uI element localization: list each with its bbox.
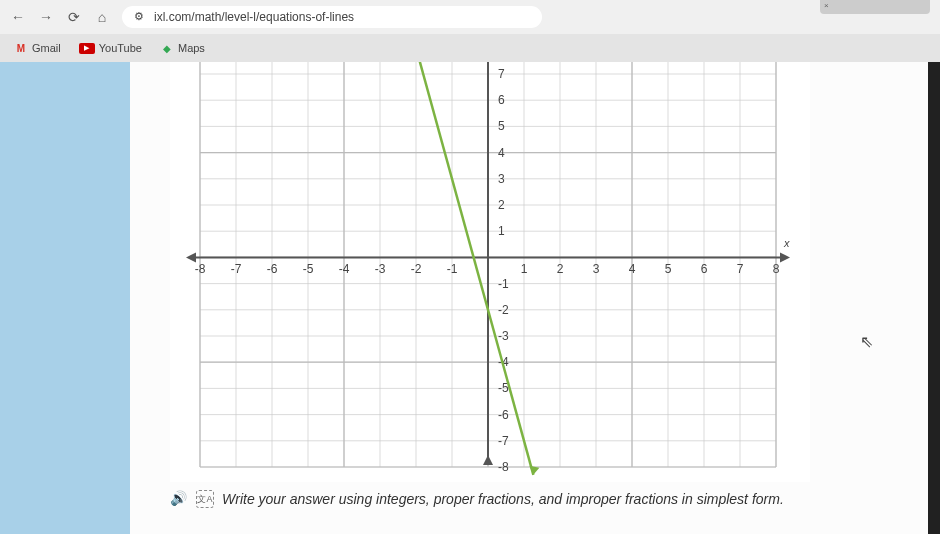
- bookmark-youtube[interactable]: ▶ YouTube: [79, 42, 142, 54]
- svg-text:3: 3: [498, 172, 505, 186]
- svg-text:-1: -1: [447, 262, 458, 276]
- svg-text:-8: -8: [498, 460, 509, 474]
- forward-button[interactable]: →: [38, 9, 54, 25]
- url-bar[interactable]: ⚙ ixl.com/math/level-l/equations-of-line…: [122, 6, 542, 28]
- svg-marker-47: [186, 252, 196, 262]
- svg-text:-2: -2: [498, 303, 509, 317]
- mouse-cursor-icon: ⇖: [860, 332, 873, 351]
- bookmark-maps[interactable]: ◆ Maps: [160, 41, 205, 55]
- translate-icon[interactable]: 文A: [196, 490, 214, 508]
- bookmarks-bar: M Gmail ▶ YouTube ◆ Maps: [0, 34, 940, 62]
- svg-text:1: 1: [521, 262, 528, 276]
- right-edge: [928, 62, 940, 534]
- bookmark-gmail[interactable]: M Gmail: [14, 41, 61, 55]
- site-settings-icon[interactable]: ⚙: [134, 10, 148, 24]
- svg-text:-6: -6: [498, 408, 509, 422]
- bookmark-label: Gmail: [32, 42, 61, 54]
- back-button[interactable]: ←: [10, 9, 26, 25]
- bookmark-label: YouTube: [99, 42, 142, 54]
- svg-text:-1: -1: [498, 277, 509, 291]
- svg-text:x: x: [783, 237, 790, 249]
- reload-button[interactable]: ⟳: [66, 9, 82, 25]
- gmail-icon: M: [14, 41, 28, 55]
- youtube-icon: ▶: [79, 43, 95, 54]
- bookmark-label: Maps: [178, 42, 205, 54]
- main-content: x-8-7-6-5-4-3-2-112345678-8-7-6-5-4-3-2-…: [130, 62, 928, 534]
- svg-text:2: 2: [498, 198, 505, 212]
- svg-text:5: 5: [498, 119, 505, 133]
- svg-text:1: 1: [498, 224, 505, 238]
- svg-text:8: 8: [773, 262, 780, 276]
- svg-marker-46: [780, 252, 790, 262]
- left-sidebar: [0, 62, 130, 534]
- tab-fragment[interactable]: ×: [820, 0, 930, 14]
- svg-text:-6: -6: [267, 262, 278, 276]
- svg-text:4: 4: [498, 146, 505, 160]
- svg-marker-48: [483, 455, 493, 465]
- svg-line-81: [416, 62, 533, 475]
- url-text: ixl.com/math/level-l/equations-of-lines: [154, 10, 354, 24]
- svg-text:6: 6: [498, 93, 505, 107]
- svg-text:-2: -2: [411, 262, 422, 276]
- home-button[interactable]: ⌂: [94, 9, 110, 25]
- svg-text:-4: -4: [339, 262, 350, 276]
- prompt-text: Write your answer using integers, proper…: [222, 491, 784, 507]
- svg-text:5: 5: [665, 262, 672, 276]
- maps-icon: ◆: [160, 41, 174, 55]
- svg-text:2: 2: [557, 262, 564, 276]
- svg-text:7: 7: [737, 262, 744, 276]
- svg-text:3: 3: [593, 262, 600, 276]
- svg-text:-3: -3: [375, 262, 386, 276]
- svg-text:-7: -7: [498, 434, 509, 448]
- svg-text:6: 6: [701, 262, 708, 276]
- svg-text:7: 7: [498, 67, 505, 81]
- question-prompt: 🔊 文A Write your answer using integers, p…: [170, 490, 908, 508]
- svg-text:-8: -8: [195, 262, 206, 276]
- svg-text:-7: -7: [231, 262, 242, 276]
- coordinate-graph[interactable]: x-8-7-6-5-4-3-2-112345678-8-7-6-5-4-3-2-…: [170, 62, 810, 482]
- audio-icon[interactable]: 🔊: [170, 490, 188, 508]
- svg-text:-3: -3: [498, 329, 509, 343]
- browser-nav-bar: ← → ⟳ ⌂ ⚙ ixl.com/math/level-l/equations…: [0, 0, 940, 34]
- svg-text:4: 4: [629, 262, 636, 276]
- svg-text:-5: -5: [303, 262, 314, 276]
